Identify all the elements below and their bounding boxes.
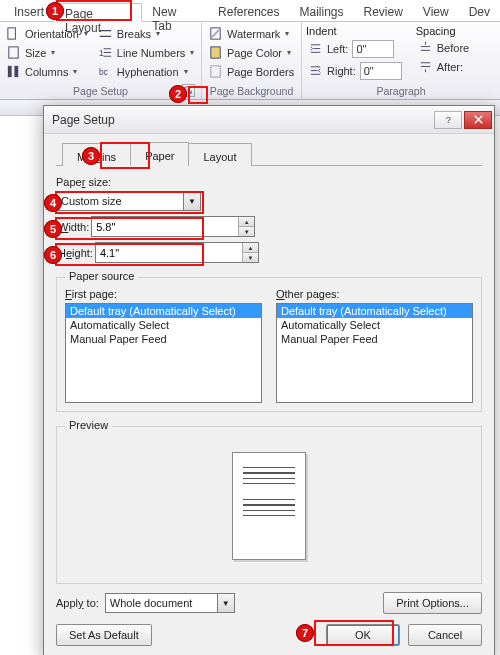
list-item[interactable]: Automatically Select [277,318,472,332]
group-page-setup-title: Page Setup [4,83,197,99]
watermark-button[interactable]: Watermark▾ [206,25,297,42]
watermark-icon [208,26,223,41]
indent-right-row: Right: 0" [306,61,404,81]
cancel-button[interactable]: Cancel [408,624,482,646]
set-as-default-button[interactable]: Set As Default [56,624,152,646]
tab-paper[interactable]: Paper [130,142,189,166]
group-page-background: Watermark▾ Page Color▾ Page Borders Page… [202,22,302,99]
svg-rect-3 [14,66,18,77]
chevron-down-icon: ▾ [184,67,188,76]
tab-new-tab[interactable]: New Tab [142,2,208,21]
chevron-down-icon: ▾ [51,48,55,57]
chevron-down-icon: ▾ [73,67,77,76]
chevron-down-icon[interactable]: ▼ [183,192,200,210]
size-label: Size [25,47,46,59]
breaks-button[interactable]: Breaks▾ [96,25,196,42]
tab-margins[interactable]: Margins [62,143,131,166]
svg-text:bc: bc [99,67,108,77]
paper-size-value: Custom size [57,195,183,207]
width-spinner[interactable]: ▲▼ [91,216,255,237]
breaks-label: Breaks [117,28,151,40]
svg-rect-7 [211,47,220,58]
print-options-button[interactable]: Print Options... [383,592,482,614]
width-label: Width: [56,221,91,233]
ribbon-tabs: Insert Page Layout New Tab References Ma… [0,0,500,22]
page-setup-dialog: Page Setup ? Margins Paper Layout Paper … [43,105,495,655]
paper-source-group: Paper source First page: Default tray (A… [56,277,482,412]
spacing-before-row: Before [416,39,471,56]
tab-mailings[interactable]: Mailings [289,2,353,21]
apply-to-label: Apply to: [56,597,99,609]
tab-view[interactable]: View [413,2,459,21]
svg-text:1: 1 [99,48,104,58]
line-numbers-button[interactable]: 1 Line Numbers▾ [96,44,196,61]
first-page-listbox[interactable]: Default tray (Automatically Select) Auto… [65,303,262,403]
indent-heading: Indent [306,25,404,37]
line-numbers-label: Line Numbers [117,47,185,59]
chevron-down-icon: ▾ [190,48,194,57]
spacing-before-icon [418,40,433,55]
first-page-label: First page: [65,288,262,300]
chevron-down-icon: ▾ [285,29,289,38]
dialog-title: Page Setup [52,113,115,127]
indent-left-row: Left: 0" [306,39,404,59]
spin-down-icon[interactable]: ▼ [243,253,258,262]
page-setup-launcher[interactable] [182,84,195,97]
chevron-down-icon[interactable]: ▼ [217,594,234,612]
spin-up-icon[interactable]: ▲ [243,243,258,253]
page-borders-button[interactable]: Page Borders [206,63,297,80]
paper-size-combo[interactable]: Custom size ▼ [56,191,201,211]
apply-to-combo[interactable]: Whole document ▼ [105,593,235,613]
paper-size-label: Paper size: [56,176,482,188]
group-paragraph: Indent Left: 0" Right: 0" Spacing Before [302,22,500,99]
height-spinner[interactable]: ▲▼ [95,242,259,263]
list-item[interactable]: Manual Paper Feed [66,332,261,346]
tab-review[interactable]: Review [354,2,413,21]
ok-button[interactable]: OK [326,624,400,646]
list-item[interactable]: Manual Paper Feed [277,332,472,346]
chevron-down-icon: ▾ [287,48,291,57]
page-color-button[interactable]: Page Color▾ [206,44,297,61]
orientation-icon [6,26,21,41]
columns-label: Columns [25,66,68,78]
dialog-titlebar: Page Setup ? [44,106,494,134]
tab-layout[interactable]: Layout [188,143,251,166]
other-pages-listbox[interactable]: Default tray (Automatically Select) Auto… [276,303,473,403]
dialog-tabs: Margins Paper Layout [56,142,482,166]
chevron-down-icon: ▾ [156,29,160,38]
size-button[interactable]: Size▾ [4,44,90,61]
preview-page-icon [232,452,306,560]
height-input[interactable] [96,243,242,262]
svg-rect-2 [8,66,12,77]
preview-title: Preview [65,419,112,431]
indent-left-input[interactable]: 0" [352,40,394,58]
page-color-icon [208,45,223,60]
spin-down-icon[interactable]: ▼ [239,227,254,236]
list-item[interactable]: Default tray (Automatically Select) [66,304,261,318]
spacing-heading: Spacing [416,25,471,37]
svg-text:?: ? [445,115,450,125]
close-button[interactable] [464,111,492,129]
width-input[interactable] [92,217,238,236]
help-button[interactable]: ? [434,111,462,129]
indent-right-input[interactable]: 0" [360,62,402,80]
list-item[interactable]: Default tray (Automatically Select) [277,304,472,318]
size-icon [6,45,21,60]
tab-page-layout[interactable]: Page Layout [54,3,142,22]
columns-icon [6,64,21,79]
svg-rect-1 [9,47,18,58]
hyphenation-button[interactable]: bc Hyphenation▾ [96,63,196,80]
columns-button[interactable]: Columns▾ [4,63,90,80]
line-numbers-icon: 1 [98,45,113,60]
indent-right-icon [308,64,323,79]
tab-developer[interactable]: Dev [459,2,500,21]
list-item[interactable]: Automatically Select [66,318,261,332]
svg-rect-0 [8,28,16,39]
other-pages-label: Other pages: [276,288,473,300]
group-page-background-title: Page Background [206,83,297,99]
spin-up-icon[interactable]: ▲ [239,217,254,227]
tab-insert[interactable]: Insert [4,2,54,21]
tab-references[interactable]: References [208,2,289,21]
svg-rect-8 [211,66,220,77]
hyphenation-icon: bc [98,64,113,79]
